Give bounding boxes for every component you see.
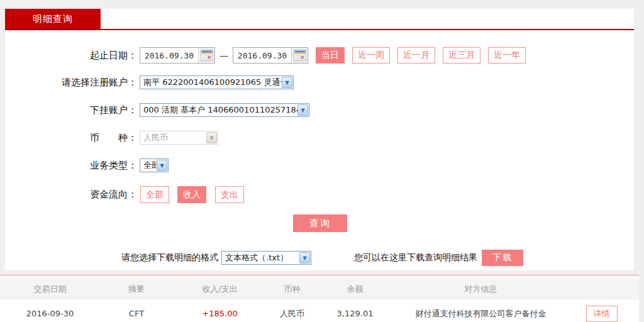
business-type-value: 全部 xyxy=(143,160,157,171)
date-from-input[interactable]: 2016.09.30 xyxy=(140,47,215,64)
date-from-value: 2016.09.30 xyxy=(140,51,198,60)
quick-range-week-button[interactable]: 近一周 xyxy=(352,47,390,64)
download-format-select[interactable]: 文本格式（.txt） ▼ xyxy=(221,251,311,265)
results-table: 交易日期 摘要 收入/支出 币种 余额 对方信息 2016-09-30 CFT … xyxy=(0,275,639,322)
sub-account-row: 下挂账户： 000 活期 基本户 1406600101102571848 ▼ xyxy=(5,103,634,117)
date-range-label: 起止日期： xyxy=(5,50,137,62)
header-counterparty: 对方信息 xyxy=(397,284,564,295)
fund-flow-label: 资金流向： xyxy=(5,189,137,201)
header-summary: 摘要 xyxy=(105,284,168,295)
date-range-row: 起止日期： 2016.09.30 — 2016.09.30 xyxy=(5,47,634,64)
quick-range-today-button[interactable]: 当日 xyxy=(316,47,345,64)
download-button[interactable]: 下载 xyxy=(482,250,523,266)
sub-account-select[interactable]: 000 活期 基本户 1406600101102571848 ▼ xyxy=(140,103,309,117)
quick-range-month-button[interactable]: 近一月 xyxy=(397,47,435,64)
query-form: 起止日期： 2016.09.30 — 2016.09.30 xyxy=(5,30,634,270)
register-account-select[interactable]: 南平 6222001406100921065 灵通卡 ▼ xyxy=(140,75,294,89)
row-summary: CFT xyxy=(105,309,168,318)
business-type-label: 业务类型： xyxy=(5,160,137,172)
header-balance: 余额 xyxy=(313,284,397,295)
row-balance: 3,129.01 xyxy=(313,309,397,318)
currency-select: 人民币 ▼ xyxy=(140,131,218,145)
download-row: 请您选择下载明细的格式 文本格式（.txt） ▼ 您可以在这里下载查询明细结果 … xyxy=(121,250,634,266)
chevron-down-icon: ▼ xyxy=(157,160,167,171)
chevron-down-icon: ▼ xyxy=(282,77,292,88)
fund-flow-expense-button[interactable]: 支出 xyxy=(215,186,244,203)
sub-account-label: 下挂账户： xyxy=(5,104,137,116)
register-account-label: 请选择注册账户： xyxy=(5,77,137,89)
download-format-value: 文本格式（.txt） xyxy=(225,252,299,264)
row-amount: +185.00 xyxy=(168,309,272,318)
date-separator: — xyxy=(219,50,228,60)
sub-account-value: 000 活期 基本户 1406600101102571848 xyxy=(143,104,297,116)
tab-bar: 明细查询 xyxy=(5,0,634,30)
quick-range-year-button[interactable]: 近一年 xyxy=(488,47,526,64)
fund-flow-income-button[interactable]: 收入 xyxy=(177,186,206,203)
row-counterparty: 财付通支付科技有限公司客户备付金 xyxy=(397,308,564,319)
tab-label: 明细查询 xyxy=(33,13,73,25)
calendar-icon[interactable] xyxy=(291,48,308,63)
row-currency: 人民币 xyxy=(272,308,313,319)
table-header-row: 交易日期 摘要 收入/支出 币种 余额 对方信息 xyxy=(0,279,639,299)
download-format-label: 请您选择下载明细的格式 xyxy=(121,252,218,264)
chevron-down-icon: ▼ xyxy=(297,104,308,116)
row-date: 2016-09-30 xyxy=(0,309,105,318)
currency-row: 币 种： 人民币 ▼ xyxy=(5,131,634,145)
business-type-row: 业务类型： 全部 ▼ xyxy=(5,158,634,172)
detail-button[interactable]: 详情 xyxy=(586,306,618,322)
chevron-down-icon: ▼ xyxy=(206,132,217,143)
download-hint: 您可以在这里下载查询明细结果 xyxy=(354,252,477,264)
currency-label: 币 种： xyxy=(5,132,137,144)
date-to-value: 2016.09.30 xyxy=(233,51,291,60)
header-date: 交易日期 xyxy=(0,284,105,295)
business-type-select[interactable]: 全部 ▼ xyxy=(140,158,169,172)
fund-flow-all-button[interactable]: 全部 xyxy=(140,186,169,203)
calendar-icon[interactable] xyxy=(198,48,214,63)
quick-range-three-months-button[interactable]: 近三月 xyxy=(443,47,480,64)
header-currency: 币种 xyxy=(272,284,313,295)
query-button[interactable]: 查询 xyxy=(293,214,347,232)
header-amount: 收入/支出 xyxy=(168,284,272,295)
register-account-value: 南平 6222001406100921065 灵通卡 xyxy=(143,77,282,88)
currency-value: 人民币 xyxy=(143,132,206,143)
chevron-down-icon: ▼ xyxy=(299,252,310,264)
register-account-row: 请选择注册账户： 南平 6222001406100921065 灵通卡 ▼ xyxy=(5,75,634,89)
tab-detail-query[interactable]: 明细查询 xyxy=(5,9,101,29)
fund-flow-row: 资金流向： 全部 收入 支出 xyxy=(5,186,634,203)
date-to-input[interactable]: 2016.09.30 xyxy=(233,47,308,64)
table-row: 2016-09-30 CFT +185.00 人民币 3,129.01 财付通支… xyxy=(0,299,639,322)
